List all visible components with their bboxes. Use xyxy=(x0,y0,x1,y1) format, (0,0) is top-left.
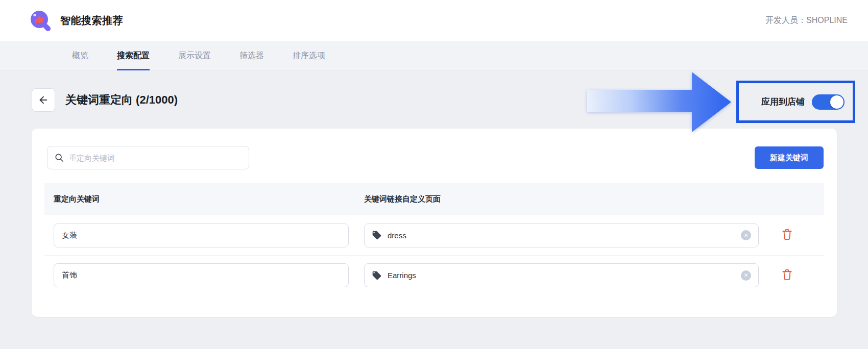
trash-icon xyxy=(781,228,793,241)
row-actions xyxy=(759,266,815,285)
card-toolbar: 新建关键词 xyxy=(32,146,837,169)
apply-to-store-highlight-box: 应用到店铺 xyxy=(736,81,855,123)
keyword-redirect-card: 新建关键词 重定向关键词 关键词链接自定义页面 dress ✕ xyxy=(32,129,837,317)
arrow-left-icon xyxy=(38,94,49,106)
search-icon xyxy=(55,153,64,162)
new-keyword-button[interactable]: 新建关键词 xyxy=(755,146,824,169)
clear-icon[interactable]: ✕ xyxy=(741,230,751,240)
redirect-keyword-input[interactable] xyxy=(54,263,349,287)
delete-row-button[interactable] xyxy=(779,226,795,244)
toggle-knob xyxy=(830,95,843,109)
table-header-row: 重定向关键词 关键词链接自定义页面 xyxy=(44,183,824,215)
tab-search-config[interactable]: 搜索配置 xyxy=(117,41,150,70)
redirect-keyword-input[interactable] xyxy=(54,223,349,247)
app-header: 智能搜索推荐 开发人员：SHOPLINE xyxy=(0,0,868,41)
custom-page-select[interactable]: dress ✕ xyxy=(364,223,759,247)
tab-overview[interactable]: 概览 xyxy=(72,41,88,70)
delete-row-button[interactable] xyxy=(779,266,795,285)
tab-bar: 概览 搜索配置 展示设置 筛选器 排序选项 xyxy=(0,41,868,71)
column-header-custom-page: 关键词链接自定义页面 xyxy=(364,194,759,204)
developer-label: 开发人员：SHOPLINE xyxy=(765,15,848,26)
tab-display-settings[interactable]: 展示设置 xyxy=(178,41,211,70)
custom-page-select[interactable]: Earrings ✕ xyxy=(364,263,759,287)
column-header-keyword: 重定向关键词 xyxy=(54,194,364,204)
row-actions xyxy=(759,226,815,244)
keyword-search-input[interactable] xyxy=(69,154,242,162)
table-row: Earrings ✕ xyxy=(44,255,824,295)
table-row: dress ✕ xyxy=(44,215,824,255)
keyword-table: 重定向关键词 关键词链接自定义页面 dress ✕ xyxy=(44,183,824,295)
page-content: 关键词重定向 (2/1000) 应用到店铺 xyxy=(0,71,868,349)
page-title: 关键词重定向 (2/1000) xyxy=(65,92,178,108)
clear-icon[interactable]: ✕ xyxy=(741,270,751,281)
custom-page-value: Earrings xyxy=(388,271,416,280)
apply-to-store-toggle[interactable] xyxy=(812,94,845,110)
tab-sort-options[interactable]: 排序选项 xyxy=(293,41,325,70)
app-title: 智能搜索推荐 xyxy=(60,14,123,28)
apply-to-store-label: 应用到店铺 xyxy=(761,96,805,108)
trash-icon xyxy=(781,268,793,281)
custom-page-value: dress xyxy=(388,231,406,240)
tag-icon xyxy=(372,270,382,281)
tag-icon xyxy=(372,230,382,240)
app-logo-icon xyxy=(30,10,52,32)
keyword-search-box[interactable] xyxy=(47,146,249,169)
tab-filters[interactable]: 筛选器 xyxy=(239,41,264,70)
back-button[interactable] xyxy=(32,88,55,112)
